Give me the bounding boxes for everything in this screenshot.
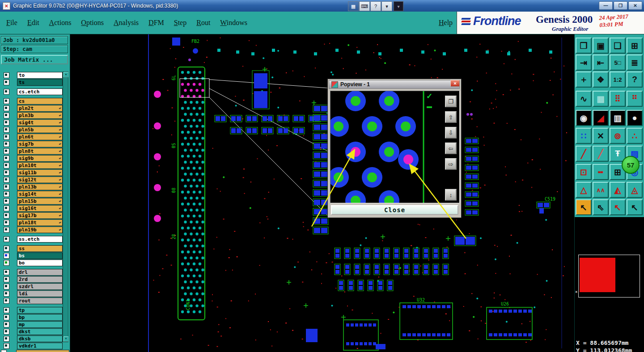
layer-scrollbar[interactable]: ▲ ▼: [63, 71, 68, 342]
maximize-button[interactable]: ❐: [614, 1, 627, 10]
tool-line-thin[interactable]: ╱: [593, 146, 609, 162]
layer-visibility-checkbox[interactable]: [4, 253, 9, 259]
layer-name-sig9b[interactable]: sig9b✒: [17, 155, 63, 162]
layer-name-bp[interactable]: bp: [17, 314, 63, 321]
tool-snap-points[interactable]: ⠿: [610, 91, 626, 107]
tool-scatter-points[interactable]: ∴: [627, 128, 643, 144]
menu-windows[interactable]: Windows: [220, 19, 247, 27]
layer-name-sig17b[interactable]: sig17b✒: [17, 212, 63, 219]
tool-spreadsheet[interactable]: ⊞: [627, 38, 643, 54]
tool-zoom-out-area[interactable]: ⇤: [593, 54, 609, 71]
layer-visibility-checkbox[interactable]: [4, 105, 9, 111]
tool-zigzag-tool[interactable]: ∧∧: [593, 182, 609, 198]
menu-dfm[interactable]: DFM: [148, 19, 164, 27]
layer-name-cs.etch[interactable]: cs.etch: [17, 88, 63, 95]
tool-pointer-select[interactable]: ↖: [576, 199, 592, 215]
layer-visibility-checkbox[interactable]: [4, 72, 9, 78]
layer-visibility-checkbox[interactable]: [4, 113, 9, 118]
layer-name-ldi[interactable]: ldi: [17, 290, 63, 297]
tool-zoom-in-area[interactable]: ⇥: [576, 54, 592, 71]
tool-pan-view[interactable]: ❖: [593, 71, 609, 88]
layer-visibility-checkbox[interactable]: [4, 89, 9, 95]
layer-visibility-checkbox[interactable]: [4, 260, 9, 266]
tool-line-45[interactable]: ╱: [576, 146, 592, 162]
layer-name-pln13b[interactable]: pln13b✒: [17, 184, 63, 190]
tool-measure-ruler[interactable]: ▥: [610, 110, 626, 126]
help-icon[interactable]: ?: [370, 1, 381, 11]
layer-name-ss.etch[interactable]: ss.etch: [17, 236, 63, 243]
layer-name-ts[interactable]: ts: [17, 79, 63, 86]
layer-visibility-checkbox[interactable]: [4, 177, 9, 183]
tool-clear-selection[interactable]: ✕: [593, 128, 609, 144]
layer-name-sig11b[interactable]: sig11b✒: [17, 169, 63, 176]
layer-name-rout[interactable]: rout: [17, 298, 63, 304]
layer-visibility-checkbox[interactable]: [4, 269, 9, 275]
popview-titlebar[interactable]: Popview - 1: [329, 80, 460, 89]
layer-visibility-checkbox[interactable]: [4, 227, 9, 233]
tool-pointer-net[interactable]: ↖: [627, 199, 643, 215]
layer-visibility-checkbox[interactable]: [4, 322, 9, 327]
layer-visibility-checkbox[interactable]: [4, 236, 9, 242]
layer-name-vdkdr1[interactable]: vdkdr1: [17, 343, 63, 349]
layer-name-pln18t[interactable]: pln18t✒: [17, 219, 63, 226]
tool-highlight-points[interactable]: ⠛: [627, 91, 643, 107]
layer-visibility-checkbox[interactable]: [4, 314, 9, 320]
menu-rout[interactable]: Rout: [196, 19, 210, 27]
layer-visibility-checkbox[interactable]: [4, 170, 9, 176]
popview-pan-window-button[interactable]: ❐: [445, 96, 457, 107]
layer-visibility-checkbox[interactable]: [4, 307, 9, 313]
tool-dark-field[interactable]: ◉: [576, 110, 592, 126]
layer-visibility-checkbox[interactable]: [4, 127, 9, 133]
layer-visibility-checkbox[interactable]: [4, 343, 9, 349]
tool-triangle-fill[interactable]: ◭: [610, 182, 626, 198]
layer-name-bs[interactable]: bs: [17, 252, 63, 259]
layer-name-bo[interactable]: bo: [17, 260, 63, 266]
layer-name-sig12t[interactable]: sig12t✒: [17, 176, 63, 183]
layer-visibility-checkbox[interactable]: [4, 336, 9, 342]
layer-name-mp[interactable]: mp: [17, 321, 63, 328]
tool-print[interactable]: ❑: [610, 38, 626, 54]
layer-visibility-checkbox[interactable]: [4, 184, 9, 190]
tool-multi-window[interactable]: 5□: [610, 54, 626, 71]
layer-visibility-checkbox[interactable]: [4, 191, 9, 197]
layer-name-pln3b[interactable]: pln3b✒: [17, 112, 63, 119]
layer-name-tp[interactable]: tp: [17, 307, 63, 314]
tool-pointer-reference[interactable]: ↖: [610, 199, 626, 215]
tool-pad-origin[interactable]: ⊡: [576, 164, 592, 180]
layer-name-drl[interactable]: drl: [17, 269, 63, 276]
popview-viewport[interactable]: ✓: [330, 91, 460, 203]
layer-name-ss[interactable]: ss: [17, 245, 63, 252]
tool-filled-pad[interactable]: ●: [627, 110, 643, 126]
popview-pan-right-button[interactable]: ⇨: [445, 158, 457, 170]
menu-help[interactable]: Help: [439, 12, 453, 34]
layer-name-dkst[interactable]: dkst: [17, 328, 63, 335]
scroll-down-icon[interactable]: ▼: [64, 336, 68, 342]
layer-visibility-checkbox[interactable]: [4, 134, 9, 140]
tool-negative-layer[interactable]: ◢: [593, 110, 609, 126]
menu-file[interactable]: File: [6, 19, 17, 27]
layer-name-dksb[interactable]: dksb: [17, 335, 63, 342]
layer-visibility-checkbox[interactable]: [4, 277, 9, 282]
layer-visibility-checkbox[interactable]: [4, 213, 9, 218]
menu-analysis[interactable]: Analysis: [114, 19, 139, 27]
tool-net-select[interactable]: ∷: [576, 128, 592, 144]
layer-visibility-checkbox[interactable]: [4, 155, 9, 161]
layer-visibility-checkbox[interactable]: [4, 205, 9, 211]
tool-help-tool[interactable]: ?: [627, 71, 643, 88]
tool-layer-stack[interactable]: ≣: [627, 54, 643, 71]
tool-zoom-ratio[interactable]: 1:2: [610, 71, 626, 88]
layer-visibility-checkbox[interactable]: [4, 141, 9, 147]
layer-name-sig7b[interactable]: sig7b✒: [17, 141, 63, 147]
overview-minimap[interactable]: [578, 255, 640, 298]
menu-edit[interactable]: Edit: [27, 19, 39, 27]
close-button[interactable]: ✕: [628, 1, 642, 10]
tool-pointer-window[interactable]: ⇖: [593, 199, 609, 215]
layer-name-pln15b[interactable]: pln15b✒: [17, 198, 63, 205]
layer-name-pln2t[interactable]: pln2t✒: [17, 105, 63, 112]
partial-row-checkbox[interactable]: [1, 350, 7, 352]
popview-close-icon[interactable]: ✕: [450, 80, 460, 87]
popview-pan-left-button[interactable]: ⇦: [445, 142, 457, 154]
window-titlebar[interactable]: ✕ Graphic Editor 9.07b2 (00@HY-HYCAM-PC0…: [0, 0, 644, 12]
keyboard-icon[interactable]: ⌨: [359, 1, 370, 11]
layer-name-2rd[interactable]: 2rd: [17, 276, 63, 283]
